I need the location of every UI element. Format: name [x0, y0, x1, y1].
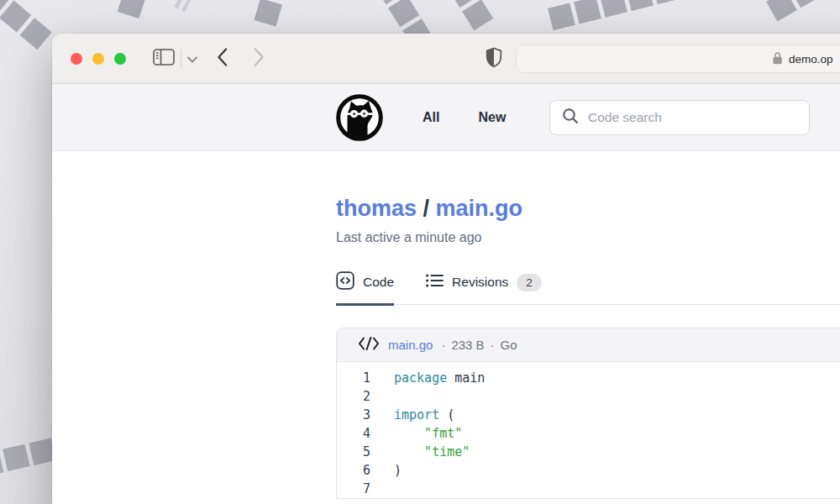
- line-number[interactable]: 3: [337, 406, 370, 424]
- opengist-logo[interactable]: [336, 94, 383, 141]
- line-number[interactable]: 1: [337, 369, 370, 387]
- code-text: ): [370, 461, 402, 480]
- code-line: 7: [337, 480, 840, 498]
- gist-title: thomas / main.go: [336, 197, 840, 222]
- file-meta: · 233 B · Go: [441, 338, 517, 352]
- toolbar-divider: [181, 50, 181, 68]
- bg-square-chain: [0, 438, 56, 478]
- code-text: [370, 387, 394, 406]
- browser-window: demo.op All New: [52, 34, 840, 504]
- sidebar-dropdown-button[interactable]: [187, 34, 197, 84]
- bg-square-chain: [448, 0, 493, 30]
- bg-square-chain: [766, 0, 840, 21]
- chevron-down-icon: [187, 51, 197, 66]
- window-controls: [71, 34, 126, 84]
- privacy-report-button[interactable]: [486, 34, 502, 84]
- code-line: 1package main: [337, 369, 840, 387]
- file-language: Go: [501, 338, 517, 352]
- file-size: 233 B: [451, 338, 484, 352]
- gist-filename-link[interactable]: main.go: [436, 196, 523, 221]
- nav-link-all[interactable]: All: [423, 110, 439, 125]
- privacy-shield-icon: [486, 47, 502, 71]
- tab-code[interactable]: Code: [336, 271, 394, 306]
- sidebar-icon: [153, 49, 175, 69]
- gist-tabs: Code Revisions 2: [336, 271, 840, 305]
- address-bar[interactable]: demo.op: [516, 45, 840, 73]
- tab-code-label: Code: [363, 275, 394, 290]
- url-text: demo.op: [789, 53, 833, 66]
- address-bar-content: demo.op: [772, 45, 833, 72]
- meta-dot: ·: [441, 338, 445, 352]
- lock-icon: [772, 51, 783, 67]
- site-header: All New Code search: [52, 84, 840, 151]
- line-number[interactable]: 2: [337, 387, 370, 406]
- back-button[interactable]: [217, 34, 228, 84]
- title-separator: /: [417, 196, 436, 221]
- bg-square-chain: [0, 0, 52, 50]
- zoom-button[interactable]: [114, 53, 126, 65]
- revisions-count-badge: 2: [517, 274, 542, 291]
- bg-square-chain: [118, 0, 146, 18]
- search-placeholder: Code search: [588, 110, 662, 125]
- forward-button[interactable]: [254, 34, 265, 84]
- code-text: package main: [370, 369, 485, 387]
- code-text: [370, 480, 394, 498]
- code-search-input[interactable]: Code search: [549, 100, 810, 135]
- line-number[interactable]: 4: [337, 424, 370, 443]
- line-number[interactable]: 7: [337, 480, 370, 498]
- forward-chevron-icon: [254, 48, 265, 70]
- tab-revisions[interactable]: Revisions 2: [425, 271, 542, 304]
- code-brackets-icon: [336, 271, 354, 293]
- gist-page: thomas / main.go Last active a minute ag…: [52, 151, 840, 499]
- code-line: 3import (: [337, 406, 840, 424]
- bg-square-chain: [179, 0, 195, 3]
- search-icon: [562, 108, 579, 128]
- code-text: "fmt": [370, 424, 462, 443]
- bg-square-chain: [548, 0, 706, 30]
- close-button[interactable]: [71, 53, 82, 65]
- code-lines: 1package main23import (4 "fmt"5 "time"6)…: [337, 362, 840, 498]
- file-card: main.go · 233 B · Go 1package main23impo…: [336, 328, 840, 499]
- back-chevron-icon: [217, 48, 228, 70]
- code-line: 5 "time": [337, 443, 840, 461]
- code-text: import (: [370, 406, 454, 424]
- code-line: 6): [337, 461, 840, 480]
- line-number[interactable]: 5: [337, 443, 370, 461]
- sidebar-toggle-button[interactable]: [153, 34, 175, 84]
- code-slash-icon: [358, 337, 380, 353]
- code-line: 2: [337, 387, 840, 406]
- list-bullet-icon: [425, 273, 444, 291]
- code-text: "time": [370, 443, 470, 461]
- owner-link[interactable]: thomas: [336, 196, 417, 221]
- line-number[interactable]: 6: [337, 461, 370, 480]
- code-line: 4 "fmt": [337, 424, 840, 443]
- tab-revisions-label: Revisions: [452, 275, 508, 290]
- bg-square-chain: [255, 0, 282, 26]
- minimize-button[interactable]: [92, 53, 104, 65]
- top-nav: All New: [423, 84, 506, 150]
- browser-toolbar: demo.op: [52, 34, 840, 84]
- file-name-link[interactable]: main.go: [388, 338, 433, 352]
- meta-dot: ·: [491, 338, 495, 352]
- nav-link-new[interactable]: New: [478, 110, 506, 125]
- file-card-header: main.go · 233 B · Go: [337, 328, 840, 362]
- last-active-text: Last active a minute ago: [336, 230, 840, 245]
